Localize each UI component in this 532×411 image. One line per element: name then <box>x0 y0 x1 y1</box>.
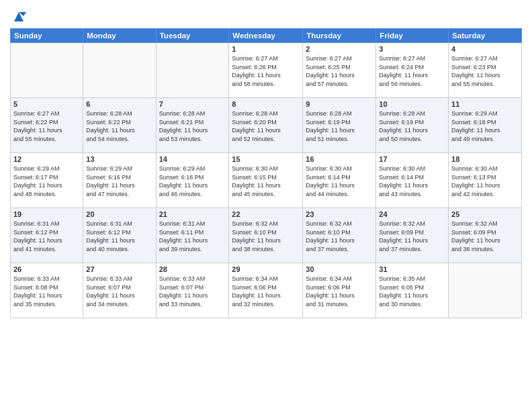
day-cell <box>83 43 156 98</box>
day-number: 27 <box>86 265 152 273</box>
weekday-header-wednesday: Wednesday <box>229 29 303 43</box>
day-cell: 3Sunrise: 6:27 AM Sunset: 6:24 PM Daylig… <box>376 43 449 98</box>
day-number: 21 <box>159 210 226 218</box>
day-cell: 9Sunrise: 6:28 AM Sunset: 6:19 PM Daylig… <box>303 98 376 153</box>
day-number: 20 <box>86 210 152 218</box>
day-number: 8 <box>232 100 300 108</box>
day-number: 7 <box>159 100 226 108</box>
day-cell: 30Sunrise: 6:34 AM Sunset: 6:06 PM Dayli… <box>303 263 376 318</box>
day-number: 24 <box>379 210 445 218</box>
day-info: Sunrise: 6:35 AM Sunset: 6:05 PM Dayligh… <box>379 275 445 308</box>
day-number: 23 <box>306 210 373 218</box>
day-info: Sunrise: 6:29 AM Sunset: 6:16 PM Dayligh… <box>159 165 226 198</box>
day-number: 9 <box>306 100 373 108</box>
day-number: 19 <box>13 210 80 218</box>
day-cell: 10Sunrise: 6:28 AM Sunset: 6:19 PM Dayli… <box>376 98 449 153</box>
day-info: Sunrise: 6:30 AM Sunset: 6:14 PM Dayligh… <box>379 165 445 198</box>
week-row-3: 12Sunrise: 6:29 AM Sunset: 6:17 PM Dayli… <box>11 153 522 208</box>
day-cell: 6Sunrise: 6:28 AM Sunset: 6:22 PM Daylig… <box>83 98 156 153</box>
day-number: 2 <box>306 45 373 53</box>
day-number: 3 <box>379 45 445 53</box>
day-number: 17 <box>379 155 445 163</box>
day-number: 14 <box>159 155 226 163</box>
day-number: 25 <box>451 210 519 218</box>
logo <box>10 9 26 24</box>
day-info: Sunrise: 6:29 AM Sunset: 6:18 PM Dayligh… <box>451 109 519 143</box>
day-number: 11 <box>451 100 519 108</box>
day-number: 22 <box>232 210 300 218</box>
day-info: Sunrise: 6:32 AM Sunset: 6:09 PM Dayligh… <box>451 220 519 253</box>
day-info: Sunrise: 6:30 AM Sunset: 6:14 PM Dayligh… <box>306 165 373 198</box>
day-cell: 4Sunrise: 6:27 AM Sunset: 6:23 PM Daylig… <box>449 43 522 98</box>
day-cell: 28Sunrise: 6:33 AM Sunset: 6:07 PM Dayli… <box>156 263 229 318</box>
day-info: Sunrise: 6:29 AM Sunset: 6:16 PM Dayligh… <box>86 165 152 198</box>
day-info: Sunrise: 6:31 AM Sunset: 6:12 PM Dayligh… <box>86 220 152 253</box>
day-info: Sunrise: 6:28 AM Sunset: 6:21 PM Dayligh… <box>159 109 226 143</box>
page: SundayMondayTuesdayWednesdayThursdayFrid… <box>0 0 532 411</box>
day-info: Sunrise: 6:33 AM Sunset: 6:07 PM Dayligh… <box>86 275 152 308</box>
day-cell <box>156 43 229 98</box>
day-info: Sunrise: 6:27 AM Sunset: 6:26 PM Dayligh… <box>232 54 300 88</box>
weekday-header-row: SundayMondayTuesdayWednesdayThursdayFrid… <box>11 29 522 43</box>
day-info: Sunrise: 6:30 AM Sunset: 6:13 PM Dayligh… <box>451 165 519 198</box>
day-cell: 1Sunrise: 6:27 AM Sunset: 6:26 PM Daylig… <box>229 43 303 98</box>
week-row-2: 5Sunrise: 6:27 AM Sunset: 6:22 PM Daylig… <box>11 98 522 153</box>
day-info: Sunrise: 6:31 AM Sunset: 6:12 PM Dayligh… <box>13 220 80 253</box>
day-number: 16 <box>306 155 373 163</box>
day-cell: 31Sunrise: 6:35 AM Sunset: 6:05 PM Dayli… <box>376 263 449 318</box>
day-info: Sunrise: 6:32 AM Sunset: 6:10 PM Dayligh… <box>306 220 373 253</box>
day-info: Sunrise: 6:32 AM Sunset: 6:10 PM Dayligh… <box>232 220 300 253</box>
weekday-header-tuesday: Tuesday <box>156 29 229 43</box>
day-cell: 29Sunrise: 6:34 AM Sunset: 6:06 PM Dayli… <box>229 263 303 318</box>
day-info: Sunrise: 6:27 AM Sunset: 6:24 PM Dayligh… <box>379 54 445 88</box>
day-info: Sunrise: 6:28 AM Sunset: 6:19 PM Dayligh… <box>379 109 445 143</box>
day-cell: 2Sunrise: 6:27 AM Sunset: 6:25 PM Daylig… <box>303 43 376 98</box>
day-number: 12 <box>13 155 80 163</box>
day-cell: 14Sunrise: 6:29 AM Sunset: 6:16 PM Dayli… <box>156 153 229 208</box>
day-cell: 11Sunrise: 6:29 AM Sunset: 6:18 PM Dayli… <box>449 98 522 153</box>
day-info: Sunrise: 6:27 AM Sunset: 6:25 PM Dayligh… <box>306 54 373 88</box>
day-info: Sunrise: 6:32 AM Sunset: 6:09 PM Dayligh… <box>379 220 445 253</box>
day-cell: 22Sunrise: 6:32 AM Sunset: 6:10 PM Dayli… <box>229 208 303 263</box>
day-cell: 8Sunrise: 6:28 AM Sunset: 6:20 PM Daylig… <box>229 98 303 153</box>
logo-icon <box>11 9 26 24</box>
day-info: Sunrise: 6:34 AM Sunset: 6:06 PM Dayligh… <box>306 275 373 308</box>
day-cell: 26Sunrise: 6:33 AM Sunset: 6:08 PM Dayli… <box>11 263 83 318</box>
day-number: 29 <box>232 265 300 273</box>
day-number: 10 <box>379 100 445 108</box>
calendar: SundayMondayTuesdayWednesdayThursdayFrid… <box>10 28 522 318</box>
day-cell: 7Sunrise: 6:28 AM Sunset: 6:21 PM Daylig… <box>156 98 229 153</box>
day-info: Sunrise: 6:34 AM Sunset: 6:06 PM Dayligh… <box>232 275 300 308</box>
day-info: Sunrise: 6:28 AM Sunset: 6:19 PM Dayligh… <box>306 109 373 143</box>
day-info: Sunrise: 6:27 AM Sunset: 6:23 PM Dayligh… <box>451 54 519 88</box>
day-number: 1 <box>232 45 300 53</box>
day-cell <box>449 263 522 318</box>
day-number: 31 <box>379 265 445 273</box>
header <box>10 7 522 24</box>
weekday-header-friday: Friday <box>376 29 449 43</box>
day-cell: 27Sunrise: 6:33 AM Sunset: 6:07 PM Dayli… <box>83 263 156 318</box>
day-number: 30 <box>306 265 373 273</box>
day-info: Sunrise: 6:33 AM Sunset: 6:08 PM Dayligh… <box>13 275 80 308</box>
week-row-1: 1Sunrise: 6:27 AM Sunset: 6:26 PM Daylig… <box>11 43 522 98</box>
week-row-5: 26Sunrise: 6:33 AM Sunset: 6:08 PM Dayli… <box>11 263 522 318</box>
day-info: Sunrise: 6:33 AM Sunset: 6:07 PM Dayligh… <box>159 275 226 308</box>
day-cell: 25Sunrise: 6:32 AM Sunset: 6:09 PM Dayli… <box>449 208 522 263</box>
day-cell: 21Sunrise: 6:31 AM Sunset: 6:11 PM Dayli… <box>156 208 229 263</box>
day-info: Sunrise: 6:28 AM Sunset: 6:22 PM Dayligh… <box>86 109 152 143</box>
day-number: 5 <box>13 100 80 108</box>
day-cell: 19Sunrise: 6:31 AM Sunset: 6:12 PM Dayli… <box>11 208 83 263</box>
day-number: 6 <box>86 100 152 108</box>
day-info: Sunrise: 6:27 AM Sunset: 6:22 PM Dayligh… <box>13 109 80 143</box>
day-cell: 20Sunrise: 6:31 AM Sunset: 6:12 PM Dayli… <box>83 208 156 263</box>
weekday-header-thursday: Thursday <box>303 29 376 43</box>
day-cell: 23Sunrise: 6:32 AM Sunset: 6:10 PM Dayli… <box>303 208 376 263</box>
day-cell: 16Sunrise: 6:30 AM Sunset: 6:14 PM Dayli… <box>303 153 376 208</box>
day-cell <box>11 43 83 98</box>
day-number: 18 <box>451 155 519 163</box>
weekday-header-monday: Monday <box>83 29 156 43</box>
day-info: Sunrise: 6:30 AM Sunset: 6:15 PM Dayligh… <box>232 165 300 198</box>
day-cell: 24Sunrise: 6:32 AM Sunset: 6:09 PM Dayli… <box>376 208 449 263</box>
day-number: 28 <box>159 265 226 273</box>
weekday-header-saturday: Saturday <box>449 29 522 43</box>
